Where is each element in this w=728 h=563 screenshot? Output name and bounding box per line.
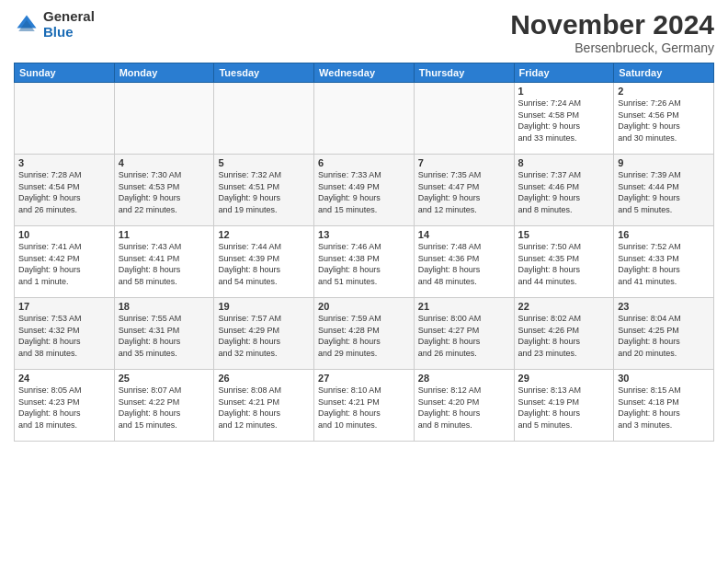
calendar-cell: 7Sunrise: 7:35 AM Sunset: 4:47 PM Daylig… <box>414 155 514 226</box>
day-info: Sunrise: 8:04 AM Sunset: 4:25 PM Dayligh… <box>618 313 710 359</box>
header-sunday: Sunday <box>15 63 115 83</box>
calendar-cell: 4Sunrise: 7:30 AM Sunset: 4:53 PM Daylig… <box>114 155 214 226</box>
day-info: Sunrise: 7:52 AM Sunset: 4:33 PM Dayligh… <box>618 241 710 287</box>
page: General Blue November 2024 Bersenbrueck,… <box>0 0 728 563</box>
day-number: 8 <box>518 157 610 168</box>
calendar-cell <box>314 83 415 155</box>
logo: General Blue <box>14 9 95 40</box>
day-number: 20 <box>318 301 410 312</box>
header: General Blue November 2024 Bersenbrueck,… <box>14 9 714 55</box>
calendar-cell: 28Sunrise: 8:12 AM Sunset: 4:20 PM Dayli… <box>414 370 514 442</box>
day-number: 9 <box>618 157 710 168</box>
day-number: 30 <box>618 373 710 384</box>
header-tuesday: Tuesday <box>214 63 314 83</box>
day-number: 17 <box>18 301 110 312</box>
day-info: Sunrise: 7:43 AM Sunset: 4:41 PM Dayligh… <box>119 241 210 287</box>
day-info: Sunrise: 8:07 AM Sunset: 4:22 PM Dayligh… <box>119 385 210 431</box>
calendar-cell: 6Sunrise: 7:33 AM Sunset: 4:49 PM Daylig… <box>314 155 415 226</box>
calendar-cell: 12Sunrise: 7:44 AM Sunset: 4:39 PM Dayli… <box>214 226 314 298</box>
day-number: 25 <box>119 373 210 384</box>
day-info: Sunrise: 8:08 AM Sunset: 4:21 PM Dayligh… <box>218 385 310 431</box>
day-info: Sunrise: 7:41 AM Sunset: 4:42 PM Dayligh… <box>18 241 110 287</box>
day-number: 5 <box>218 157 310 168</box>
day-info: Sunrise: 8:15 AM Sunset: 4:18 PM Dayligh… <box>618 385 710 431</box>
day-info: Sunrise: 7:59 AM Sunset: 4:28 PM Dayligh… <box>318 313 410 359</box>
day-number: 18 <box>119 301 210 312</box>
month-year-title: November 2024 <box>510 9 714 40</box>
calendar-cell: 25Sunrise: 8:07 AM Sunset: 4:22 PM Dayli… <box>114 370 214 442</box>
day-number: 19 <box>218 301 310 312</box>
day-info: Sunrise: 8:02 AM Sunset: 4:26 PM Dayligh… <box>518 313 610 359</box>
calendar-cell: 5Sunrise: 7:32 AM Sunset: 4:51 PM Daylig… <box>214 155 314 226</box>
calendar-cell: 1Sunrise: 7:24 AM Sunset: 4:58 PM Daylig… <box>514 83 614 155</box>
calendar-cell: 23Sunrise: 8:04 AM Sunset: 4:25 PM Dayli… <box>614 298 714 370</box>
day-info: Sunrise: 7:28 AM Sunset: 4:54 PM Dayligh… <box>18 169 110 215</box>
day-info: Sunrise: 7:37 AM Sunset: 4:46 PM Dayligh… <box>518 169 610 215</box>
day-info: Sunrise: 7:35 AM Sunset: 4:47 PM Dayligh… <box>418 169 510 215</box>
day-number: 22 <box>518 301 610 312</box>
calendar-cell: 13Sunrise: 7:46 AM Sunset: 4:38 PM Dayli… <box>314 226 415 298</box>
logo-icon <box>14 12 40 38</box>
header-friday: Friday <box>514 63 614 83</box>
day-number: 23 <box>618 301 710 312</box>
day-number: 11 <box>119 229 210 240</box>
day-info: Sunrise: 7:24 AM Sunset: 4:58 PM Dayligh… <box>518 98 610 144</box>
day-info: Sunrise: 7:44 AM Sunset: 4:39 PM Dayligh… <box>218 241 310 287</box>
day-number: 14 <box>418 229 510 240</box>
calendar-cell <box>114 83 214 155</box>
day-info: Sunrise: 7:33 AM Sunset: 4:49 PM Dayligh… <box>318 169 410 215</box>
day-number: 7 <box>418 157 510 168</box>
day-info: Sunrise: 7:26 AM Sunset: 4:56 PM Dayligh… <box>618 98 710 144</box>
calendar-cell: 14Sunrise: 7:48 AM Sunset: 4:36 PM Dayli… <box>414 226 514 298</box>
calendar-cell: 17Sunrise: 7:53 AM Sunset: 4:32 PM Dayli… <box>15 298 115 370</box>
calendar-cell: 21Sunrise: 8:00 AM Sunset: 4:27 PM Dayli… <box>414 298 514 370</box>
header-wednesday: Wednesday <box>314 63 415 83</box>
logo-blue-text: Blue <box>43 25 95 40</box>
day-number: 15 <box>518 229 610 240</box>
day-info: Sunrise: 7:57 AM Sunset: 4:29 PM Dayligh… <box>218 313 310 359</box>
day-info: Sunrise: 7:32 AM Sunset: 4:51 PM Dayligh… <box>218 169 310 215</box>
calendar-cell: 26Sunrise: 8:08 AM Sunset: 4:21 PM Dayli… <box>214 370 314 442</box>
day-info: Sunrise: 7:55 AM Sunset: 4:31 PM Dayligh… <box>119 313 210 359</box>
calendar-cell: 27Sunrise: 8:10 AM Sunset: 4:21 PM Dayli… <box>314 370 415 442</box>
day-number: 29 <box>518 373 610 384</box>
day-number: 1 <box>518 86 610 97</box>
day-info: Sunrise: 7:46 AM Sunset: 4:38 PM Dayligh… <box>318 241 410 287</box>
calendar-cell: 10Sunrise: 7:41 AM Sunset: 4:42 PM Dayli… <box>15 226 115 298</box>
day-number: 26 <box>218 373 310 384</box>
title-block: November 2024 Bersenbrueck, Germany <box>510 9 714 55</box>
calendar-cell: 9Sunrise: 7:39 AM Sunset: 4:44 PM Daylig… <box>614 155 714 226</box>
day-info: Sunrise: 7:30 AM Sunset: 4:53 PM Dayligh… <box>119 169 210 215</box>
day-info: Sunrise: 8:12 AM Sunset: 4:20 PM Dayligh… <box>418 385 510 431</box>
logo-general-text: General <box>43 9 95 25</box>
calendar-cell: 19Sunrise: 7:57 AM Sunset: 4:29 PM Dayli… <box>214 298 314 370</box>
day-number: 16 <box>618 229 710 240</box>
calendar-cell: 8Sunrise: 7:37 AM Sunset: 4:46 PM Daylig… <box>514 155 614 226</box>
calendar-cell: 2Sunrise: 7:26 AM Sunset: 4:56 PM Daylig… <box>614 83 714 155</box>
header-monday: Monday <box>114 63 214 83</box>
day-number: 4 <box>119 157 210 168</box>
day-number: 21 <box>418 301 510 312</box>
calendar-cell: 16Sunrise: 7:52 AM Sunset: 4:33 PM Dayli… <box>614 226 714 298</box>
week-row-4: 24Sunrise: 8:05 AM Sunset: 4:23 PM Dayli… <box>15 370 714 442</box>
day-number: 10 <box>18 229 110 240</box>
day-number: 3 <box>18 157 110 168</box>
day-number: 2 <box>618 86 710 97</box>
location-subtitle: Bersenbrueck, Germany <box>510 40 714 55</box>
day-number: 12 <box>218 229 310 240</box>
calendar-cell: 18Sunrise: 7:55 AM Sunset: 4:31 PM Dayli… <box>114 298 214 370</box>
day-info: Sunrise: 7:39 AM Sunset: 4:44 PM Dayligh… <box>618 169 710 215</box>
calendar-cell: 15Sunrise: 7:50 AM Sunset: 4:35 PM Dayli… <box>514 226 614 298</box>
week-row-1: 3Sunrise: 7:28 AM Sunset: 4:54 PM Daylig… <box>15 155 714 226</box>
day-info: Sunrise: 8:13 AM Sunset: 4:19 PM Dayligh… <box>518 385 610 431</box>
calendar-cell <box>15 83 115 155</box>
calendar-cell: 24Sunrise: 8:05 AM Sunset: 4:23 PM Dayli… <box>15 370 115 442</box>
calendar-cell: 22Sunrise: 8:02 AM Sunset: 4:26 PM Dayli… <box>514 298 614 370</box>
week-row-2: 10Sunrise: 7:41 AM Sunset: 4:42 PM Dayli… <box>15 226 714 298</box>
header-thursday: Thursday <box>414 63 514 83</box>
day-number: 24 <box>18 373 110 384</box>
day-info: Sunrise: 7:48 AM Sunset: 4:36 PM Dayligh… <box>418 241 510 287</box>
calendar-cell <box>414 83 514 155</box>
day-info: Sunrise: 8:10 AM Sunset: 4:21 PM Dayligh… <box>318 385 410 431</box>
day-number: 6 <box>318 157 410 168</box>
